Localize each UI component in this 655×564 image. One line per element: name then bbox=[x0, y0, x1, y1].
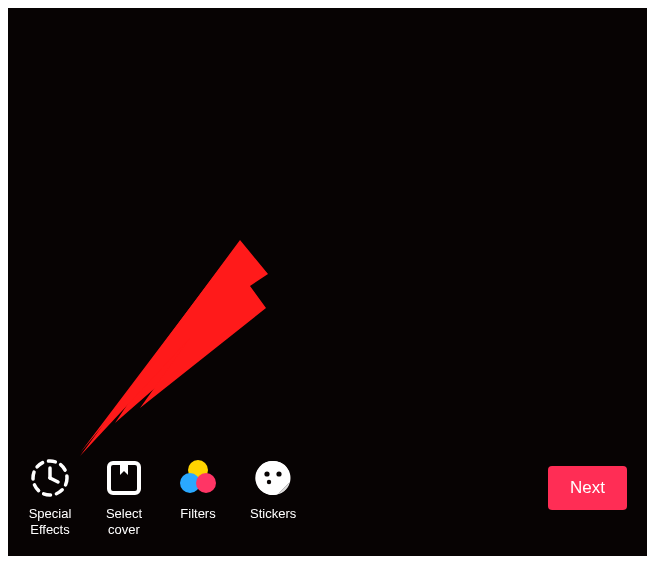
svg-line-4 bbox=[50, 478, 58, 482]
svg-point-8 bbox=[196, 473, 216, 493]
svg-marker-1 bbox=[80, 240, 268, 456]
svg-point-11 bbox=[267, 479, 271, 483]
tool-label: Stickers bbox=[250, 506, 296, 522]
select-cover-button[interactable]: Select cover bbox=[102, 456, 146, 539]
editor-screen: Special Effects Select cover Filters bbox=[8, 8, 647, 556]
tool-label: Filters bbox=[180, 506, 215, 522]
next-button[interactable]: Next bbox=[548, 466, 627, 510]
special-effects-button[interactable]: Special Effects bbox=[28, 456, 72, 539]
sticker-face-icon bbox=[251, 456, 295, 500]
bookmark-square-icon bbox=[102, 456, 146, 500]
filters-button[interactable]: Filters bbox=[176, 456, 220, 522]
svg-point-10 bbox=[277, 471, 282, 476]
tool-label: Special Effects bbox=[29, 506, 72, 539]
bottom-toolbar: Special Effects Select cover Filters bbox=[28, 456, 627, 539]
annotation-arrow bbox=[80, 228, 270, 472]
svg-point-9 bbox=[265, 471, 270, 476]
svg-marker-0 bbox=[80, 248, 258, 453]
color-circles-icon bbox=[176, 456, 220, 500]
tool-label: Select cover bbox=[106, 506, 142, 539]
clock-dashed-icon bbox=[28, 456, 72, 500]
stickers-button[interactable]: Stickers bbox=[250, 456, 296, 522]
